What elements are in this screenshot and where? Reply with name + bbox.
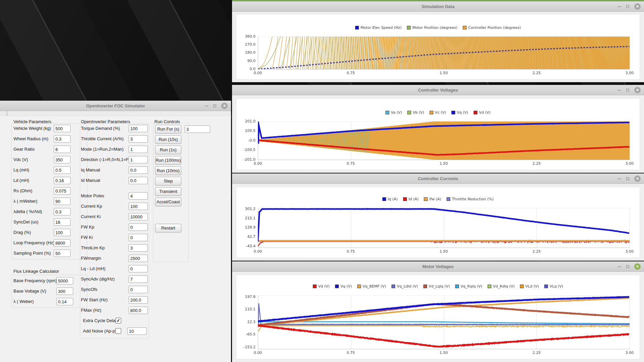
label-motor-poles: Motor Poles <box>81 192 104 200</box>
controller-voltages-chart <box>236 99 640 170</box>
field-drag[interactable] <box>54 229 71 236</box>
label-rs: Rs (Ohm) <box>13 187 32 195</box>
close-icon[interactable]: ✕ <box>634 87 641 93</box>
button-run-100ms[interactable]: Run (100ms) <box>155 156 181 165</box>
motor-voltages-titlebar[interactable]: Motor Voltages ✕ <box>232 261 644 272</box>
label-vdc: Vdc (V) <box>13 156 28 163</box>
label-lambda-weber: λ ( Weber) <box>13 298 34 305</box>
label-throtlim-kp: ThrotLim Kp <box>81 244 105 252</box>
button-step[interactable]: Step <box>155 177 181 186</box>
simulator-titlebar[interactable]: OpenInverter FOC Simulator ✕ <box>0 101 231 111</box>
vehicle-parameters-header: Vehicle Parameters <box>13 118 51 125</box>
label-lambda-delta: λdelta ( %/AId) <box>13 208 42 215</box>
minimize-icon[interactable] <box>618 6 621 7</box>
field-fwmargin[interactable] <box>129 255 148 262</box>
field-add-noise[interactable] <box>127 327 147 335</box>
motor-voltages-chart <box>236 275 640 359</box>
field-fw-ki[interactable] <box>129 234 148 241</box>
label-vehicle-weight: Vehicle Weight (kg) <box>13 125 51 132</box>
button-run-for[interactable]: Run For (s) <box>155 125 181 134</box>
field-syncofs[interactable] <box>129 286 148 293</box>
button-restart[interactable]: Restart <box>155 224 181 232</box>
checkbox-add-noise[interactable] <box>116 328 121 334</box>
field-throttle-current[interactable] <box>129 135 148 143</box>
window-title: OpenInverter FOC Simulator <box>86 101 145 111</box>
field-loop-frequency[interactable] <box>54 239 71 247</box>
button-run-10s[interactable]: Run (10s) <box>155 135 181 144</box>
field-base-voltage[interactable] <box>56 288 73 295</box>
close-icon[interactable]: ✕ <box>634 175 641 182</box>
field-lq[interactable] <box>54 166 71 174</box>
toolbar-grip-icon[interactable] <box>6 112 8 115</box>
simulator-content: Vehicle ParametersFlux Linkage Calculato… <box>0 116 231 362</box>
label-fwmargin: FWmargin <box>81 255 101 262</box>
minimize-icon[interactable] <box>618 266 621 267</box>
window-title: Simulation Data <box>421 1 454 12</box>
controller-voltages-window: Controller Voltages ✕ <box>232 85 644 173</box>
maximize-icon[interactable] <box>626 265 629 268</box>
close-icon[interactable]: ✕ <box>634 263 641 270</box>
controller-currents-titlebar[interactable]: Controller Currents ✕ <box>232 173 644 184</box>
field-fw-kp[interactable] <box>129 223 148 231</box>
minimize-icon[interactable] <box>205 106 208 106</box>
motor-voltages-window: Motor Voltages ✕ <box>232 261 644 362</box>
field-throtlim-kp[interactable] <box>129 244 148 252</box>
simulation-data-chart <box>236 14 640 79</box>
run-controls-header: Run Controls <box>154 118 180 125</box>
minimize-icon[interactable] <box>618 178 621 179</box>
field-run-for-seconds[interactable] <box>185 125 210 133</box>
field-id-manual[interactable] <box>129 177 148 184</box>
field-fw-start[interactable] <box>129 296 148 304</box>
close-icon[interactable]: ✕ <box>221 103 228 109</box>
maximize-icon[interactable] <box>626 5 629 8</box>
field-base-frequency[interactable] <box>56 277 73 285</box>
window-title: Controller Currents <box>418 173 458 184</box>
button-accel-coast[interactable]: Accel/Coast <box>155 198 181 206</box>
flux-linkage-header: Flux Linkage Calculator <box>13 268 59 275</box>
field-current-ki[interactable] <box>129 213 148 220</box>
chart-panel <box>236 14 640 80</box>
label-syncofs: SyncOfs <box>81 286 97 293</box>
controller-currents-window: Controller Currents ✕ <box>232 173 644 261</box>
field-fmax[interactable] <box>129 307 148 314</box>
field-mode[interactable] <box>129 146 148 153</box>
field-gear-ratio[interactable] <box>54 146 71 153</box>
field-lq-ld[interactable] <box>129 265 148 272</box>
field-ld[interactable] <box>54 177 71 184</box>
controller-currents-chart <box>236 187 640 258</box>
minimize-icon[interactable] <box>618 90 621 91</box>
button-run-1s[interactable]: Run (1s) <box>155 146 181 154</box>
maximize-icon[interactable] <box>626 177 629 180</box>
field-wheel-radius[interactable] <box>54 135 71 143</box>
field-motor-poles[interactable] <box>129 192 148 200</box>
field-iq-manual[interactable] <box>129 166 148 174</box>
simulation-data-titlebar[interactable]: Simulation Data ✕ <box>232 1 644 12</box>
close-icon[interactable]: ✕ <box>634 3 641 10</box>
button-transient[interactable]: Transient <box>155 187 181 196</box>
field-lambda-mweber[interactable] <box>54 198 71 205</box>
checkbox-extra-cycle-delay[interactable]: ✓ <box>116 318 121 323</box>
maximize-icon[interactable] <box>626 89 629 92</box>
field-torque-demand[interactable] <box>129 125 148 132</box>
field-direction[interactable] <box>129 156 148 163</box>
field-lambda-delta[interactable] <box>54 208 71 215</box>
label-extra-cycle-delay: Extra Cycle Delay <box>83 317 118 324</box>
field-vdc[interactable] <box>54 156 71 163</box>
field-sampling-point[interactable] <box>54 250 71 257</box>
field-current-kp[interactable] <box>129 203 148 210</box>
label-loop-frequency: Loop Frequency (Hz) <box>13 239 54 247</box>
label-syncadv: SyncAdv (dig/Hz) <box>81 275 114 283</box>
field-lambda-weber[interactable] <box>56 298 73 305</box>
chart-panel <box>236 98 640 170</box>
label-fmax: FMax (Hz) <box>81 307 101 314</box>
toolbar <box>0 111 231 116</box>
controller-voltages-titlebar[interactable]: Controller Voltages ✕ <box>232 85 644 95</box>
field-syncdel[interactable] <box>54 218 71 226</box>
field-syncadv[interactable] <box>129 275 148 283</box>
button-run-10ms[interactable]: Run (10ms) <box>155 166 181 175</box>
field-rs[interactable] <box>54 187 71 195</box>
label-sampling-point: Sampling Point (%) <box>13 250 51 257</box>
maximize-icon[interactable] <box>213 104 216 107</box>
chart-panel <box>236 187 640 258</box>
field-vehicle-weight[interactable] <box>54 125 71 132</box>
